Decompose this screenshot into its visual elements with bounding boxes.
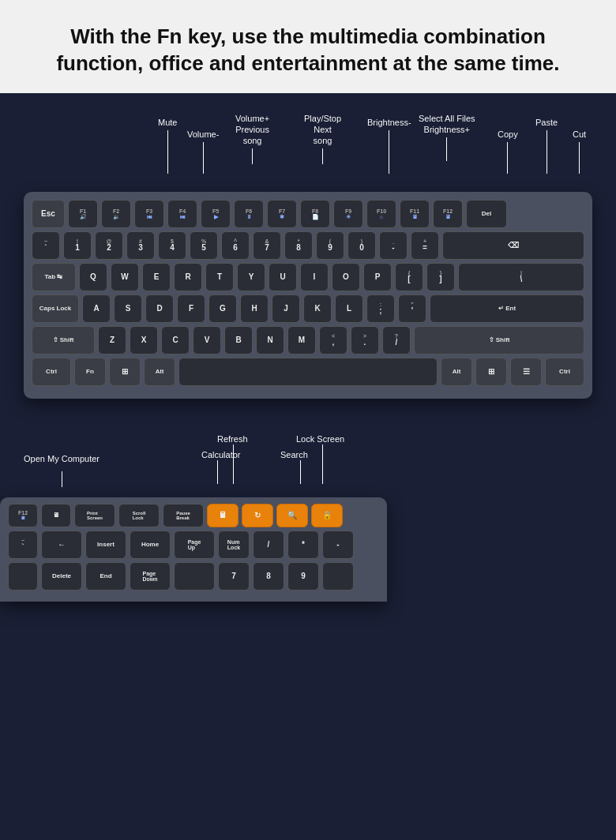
key-equals[interactable]: += — [411, 231, 439, 260]
key-semicolon[interactable]: :; — [366, 294, 395, 323]
key-t[interactable]: T — [205, 263, 234, 291]
key-page-up[interactable]: PageUp — [174, 531, 215, 559]
key-esc[interactable]: Esc — [32, 200, 65, 228]
key-k[interactable]: K — [303, 294, 332, 323]
key-p[interactable]: P — [363, 263, 392, 291]
key-f11[interactable]: F11🖥 — [400, 200, 430, 228]
key-u[interactable]: U — [269, 263, 297, 291]
key-j[interactable]: J — [272, 294, 300, 323]
key-backslash[interactable]: |\ — [458, 263, 584, 291]
key-x[interactable]: X — [130, 326, 158, 354]
key-b[interactable]: B — [224, 326, 253, 354]
key-menu[interactable]: ☰ — [510, 358, 542, 386]
key-monitor[interactable]: 🖥 — [41, 504, 71, 527]
key-l[interactable]: L — [335, 294, 363, 323]
key-a[interactable]: A — [82, 294, 111, 323]
key-ctrl-left[interactable]: Ctrl — [32, 358, 71, 386]
key-f6[interactable]: F6⏸ — [234, 200, 264, 228]
key-i[interactable]: I — [300, 263, 329, 291]
key-slash[interactable]: ?/ — [382, 326, 411, 354]
key-space[interactable] — [178, 358, 438, 386]
key-f12[interactable]: F12🖥 — [433, 200, 463, 228]
key-open-bracket[interactable]: {[ — [395, 263, 423, 291]
key-page-down[interactable]: PageDown — [130, 562, 171, 591]
key-alt-left[interactable]: Alt — [144, 358, 175, 386]
key-win-right[interactable]: ⊞ — [475, 358, 507, 386]
key-f1[interactable]: F1🔊 — [68, 200, 98, 228]
key-z[interactable]: Z — [98, 326, 126, 354]
key-home[interactable]: Home — [130, 531, 171, 559]
key-ctrl-right[interactable]: Ctrl — [545, 358, 584, 386]
key-numpad-minus[interactable]: - — [322, 531, 354, 559]
key-numpad-extra[interactable] — [322, 562, 354, 591]
key-o[interactable]: O — [332, 263, 360, 291]
key-shift-left[interactable]: ⇧ Shift — [32, 326, 95, 354]
key-insert[interactable]: Insert — [85, 531, 126, 559]
key-end[interactable]: End — [85, 562, 126, 591]
key-2[interactable]: @2 — [95, 231, 123, 260]
key-9[interactable]: (9 — [316, 231, 344, 260]
key-tab[interactable]: Tab ↹ — [32, 263, 76, 291]
key-6[interactable]: ^6 — [221, 231, 250, 260]
key-f9[interactable]: F9☀ — [333, 200, 363, 228]
key-h[interactable]: H — [240, 294, 269, 323]
key-delete-2[interactable]: Delete — [41, 562, 82, 591]
key-scroll-lock[interactable]: ScrollLock — [118, 504, 160, 527]
key-calculator-orange[interactable]: 🖩 — [207, 504, 239, 527]
key-shift-right[interactable]: ⇧ Shift — [414, 326, 584, 354]
key-print-screen[interactable]: PrintScreen — [74, 504, 115, 527]
key-delete[interactable]: Del — [466, 200, 507, 228]
key-n[interactable]: N — [256, 326, 284, 354]
key-e[interactable]: E — [142, 263, 171, 291]
key-7[interactable]: &7 — [253, 231, 281, 260]
key-caps-lock[interactable]: Caps Lock — [32, 294, 79, 323]
key-enter[interactable]: ↵ Ent — [430, 294, 584, 323]
key-f8[interactable]: F8📄 — [300, 200, 330, 228]
key-s[interactable]: S — [114, 294, 142, 323]
key-m[interactable]: M — [287, 326, 316, 354]
key-0[interactable]: )0 — [347, 231, 376, 260]
key-f4[interactable]: F4⏭ — [167, 200, 197, 228]
key-v[interactable]: V — [193, 326, 221, 354]
key-8[interactable]: *8 — [284, 231, 313, 260]
key-tilde-2[interactable]: ~` — [8, 531, 38, 559]
key-w[interactable]: W — [111, 263, 139, 291]
key-search-orange[interactable]: 🔍 — [276, 504, 308, 527]
key-f3[interactable]: F3⏮ — [134, 200, 164, 228]
key-numpad-7[interactable]: 7 — [218, 562, 250, 591]
key-numpad-9[interactable]: 9 — [287, 562, 319, 591]
key-r[interactable]: R — [174, 263, 202, 291]
key-5[interactable]: %5 — [190, 231, 218, 260]
key-lock-orange[interactable]: 🔒 — [311, 504, 343, 527]
key-4[interactable]: $4 — [158, 231, 186, 260]
key-comma[interactable]: <, — [319, 326, 347, 354]
key-y[interactable]: Y — [237, 263, 265, 291]
key-alt-right[interactable]: Alt — [441, 358, 472, 386]
key-win-left[interactable]: ⊞ — [109, 358, 141, 386]
key-f12-2[interactable]: F12🖥 — [8, 504, 38, 527]
key-f[interactable]: F — [177, 294, 205, 323]
key-backspace[interactable]: ⌫ — [442, 231, 584, 260]
key-fn[interactable]: Fn — [74, 358, 106, 386]
key-c[interactable]: C — [161, 326, 190, 354]
key-f5[interactable]: F5▶ — [201, 200, 231, 228]
key-f10[interactable]: F10☼ — [366, 200, 396, 228]
key-close-bracket[interactable]: }] — [426, 263, 455, 291]
key-f2[interactable]: F2🔉 — [101, 200, 131, 228]
key-backtick[interactable]: ~` — [32, 231, 60, 260]
key-num-lock[interactable]: NumLock — [218, 531, 250, 559]
key-minus[interactable]: _- — [379, 231, 408, 260]
key-numpad-slash[interactable]: / — [253, 531, 284, 559]
key-extra[interactable] — [8, 562, 38, 591]
key-period[interactable]: >. — [351, 326, 379, 354]
key-refresh-orange[interactable]: ↻ — [242, 504, 273, 527]
key-quote[interactable]: "' — [398, 294, 426, 323]
key-numpad-8[interactable]: 8 — [253, 562, 284, 591]
key-d[interactable]: D — [145, 294, 174, 323]
key-left-arrow[interactable]: ← — [41, 531, 82, 559]
key-pause[interactable]: PauseBreak — [163, 504, 204, 527]
key-1[interactable]: !1 — [63, 231, 92, 260]
key-f7[interactable]: F7✱ — [267, 200, 297, 228]
key-g[interactable]: G — [208, 294, 237, 323]
key-numpad-asterisk[interactable]: * — [287, 531, 319, 559]
